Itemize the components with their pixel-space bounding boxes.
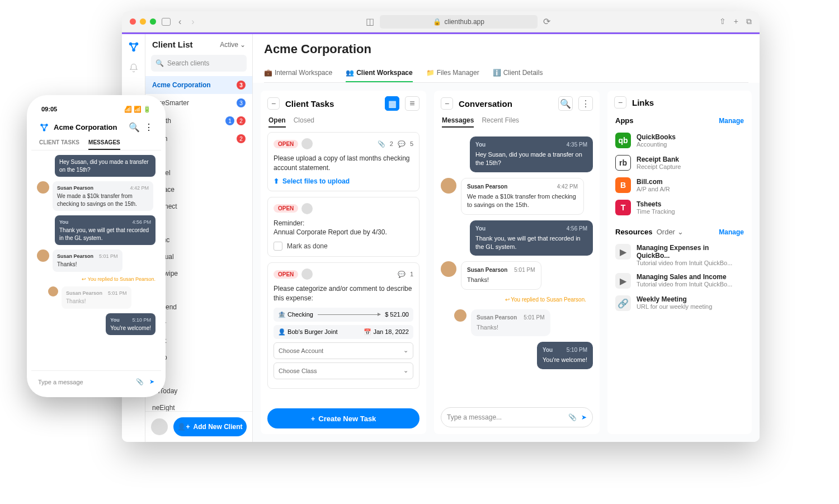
bank-icon: 🏦 bbox=[278, 311, 286, 318]
workspace-tab[interactable]: 📁Files Manager bbox=[426, 64, 479, 82]
resource-item[interactable]: 🔗Weekly MeetingURL for our weekly meetin… bbox=[615, 292, 744, 314]
play-icon: ▶ bbox=[615, 244, 631, 260]
attachment-count: 2 bbox=[390, 140, 393, 147]
apps-list: qbQuickBooksAccountingrbReceipt BankRece… bbox=[615, 129, 744, 219]
task-card[interactable]: OPEN 💬1 Please categorize and/or comment… bbox=[267, 262, 420, 389]
phone-tab-messages[interactable]: MESSAGES bbox=[88, 136, 120, 150]
account-from: Checking bbox=[287, 311, 313, 318]
upload-label: Select files to upload bbox=[282, 177, 350, 185]
assignee-avatar bbox=[301, 203, 313, 214]
phone-tab-tasks[interactable]: CLIENT TASKS bbox=[39, 136, 79, 150]
messages-list: You4:35 PMHey Susan, did you made a tran… bbox=[434, 132, 600, 403]
message-row: Susan Pearson5:01 PMThanks! bbox=[441, 261, 593, 289]
class-select[interactable]: Choose Class⌄ bbox=[274, 362, 413, 379]
expense-detail: 👤 Bob's Burger Joint 📅 Jan 18, 2022 bbox=[274, 325, 413, 339]
address-bar[interactable]: 🔒 clienthub.app bbox=[380, 15, 538, 29]
attachment-icon[interactable]: 📎 bbox=[568, 413, 577, 421]
collapse-button[interactable]: − bbox=[267, 97, 280, 110]
phone-quoted: Susan Pearson5:01 PMThanks! bbox=[48, 286, 155, 309]
task-card[interactable]: OPEN Reminder:Annual Corporate Report du… bbox=[267, 197, 420, 257]
app-item[interactable]: qbQuickBooksAccounting bbox=[615, 129, 744, 152]
main-content: Acme Corporation 💼Internal Workspace👥Cli… bbox=[253, 34, 760, 442]
upload-icon: ⬆ bbox=[274, 177, 279, 185]
more-icon[interactable]: ⋮ bbox=[144, 122, 153, 133]
task-card[interactable]: OPEN 📎2 💬5 Please upload a copy of last … bbox=[267, 132, 420, 191]
manage-resources-link[interactable]: Manage bbox=[719, 228, 744, 236]
resources-list: ▶Managing Expenses in QuickBo...Tutorial… bbox=[615, 241, 744, 314]
sidebar-toggle-icon[interactable] bbox=[162, 18, 171, 26]
phone-message-input[interactable]: Type a message 📎 ➤ bbox=[31, 370, 161, 393]
expense-date: Jan 18, 2022 bbox=[373, 328, 409, 335]
search-icon: 🔍 bbox=[155, 59, 164, 67]
tab-open[interactable]: Open bbox=[268, 114, 286, 128]
resources-section-title: Resources Order ⌄ bbox=[615, 228, 684, 236]
app-item[interactable]: BBill.comA/P and A/R bbox=[615, 174, 744, 196]
task-text: Please upload a copy of last months chec… bbox=[274, 154, 413, 173]
maximize-window-icon[interactable] bbox=[150, 18, 156, 25]
back-arrow-icon[interactable]: ‹ bbox=[176, 17, 183, 27]
checkbox-icon bbox=[274, 242, 282, 251]
tab-closed[interactable]: Closed bbox=[294, 114, 314, 128]
minimize-window-icon[interactable] bbox=[140, 18, 146, 25]
traffic-lights bbox=[130, 18, 156, 25]
attachment-icon[interactable]: 📎 bbox=[136, 378, 144, 385]
search-input[interactable]: 🔍 Search clients bbox=[151, 55, 247, 72]
comment-count: 1 bbox=[410, 271, 413, 277]
avatar bbox=[441, 178, 456, 194]
reply-note: ↩ You replied to Susan Pearson. bbox=[441, 295, 593, 304]
share-icon[interactable]: ⇧ bbox=[719, 17, 726, 26]
task-text: Please categorize and/or comment to desc… bbox=[274, 284, 413, 303]
phone-frame: 09:05 📶 📶 🔋 Acme Corporation 🔍 ⋮ CLIENT … bbox=[27, 95, 166, 397]
client-item[interactable]: neEight bbox=[145, 399, 252, 411]
conversation-panel: − Conversation 🔍 ⋮ Messages Recent Files… bbox=[434, 91, 600, 434]
forward-arrow-icon[interactable]: › bbox=[189, 17, 196, 27]
send-icon[interactable]: ➤ bbox=[581, 413, 587, 421]
app-logo-icon[interactable] bbox=[39, 123, 49, 133]
add-client-button[interactable]: 👤+ Add New Client bbox=[173, 417, 247, 436]
tasks-panel: − Client Tasks ▦ ≡ Open Closed O bbox=[261, 91, 426, 434]
grid-view-icon[interactable]: ▦ bbox=[385, 96, 399, 111]
resource-item[interactable]: ▶Managing Expenses in QuickBo...Tutorial… bbox=[615, 241, 744, 270]
app-item[interactable]: TTsheetsTime Tracking bbox=[615, 196, 744, 219]
filter-dropdown[interactable]: Active ⌄ bbox=[220, 41, 246, 49]
reload-icon[interactable]: ⟳ bbox=[543, 16, 550, 27]
quoted-message: Susan Pearson5:01 PMThanks! bbox=[454, 309, 593, 336]
chevron-down-icon: ⌄ bbox=[403, 367, 408, 374]
account-select[interactable]: Choose Account⌄ bbox=[274, 342, 413, 359]
search-icon[interactable]: 🔍 bbox=[129, 122, 140, 133]
send-icon[interactable]: ➤ bbox=[149, 378, 154, 385]
message-row: You4:35 PMHey Susan, did you made a tran… bbox=[441, 136, 593, 172]
add-client-label: Add New Client bbox=[194, 423, 243, 431]
close-window-icon[interactable] bbox=[130, 18, 136, 25]
tab-messages[interactable]: Messages bbox=[442, 114, 474, 128]
collapse-button[interactable]: − bbox=[441, 97, 453, 110]
more-icon[interactable]: ⋮ bbox=[578, 96, 593, 111]
create-task-button[interactable]: + Create New Task bbox=[267, 408, 420, 428]
bell-icon[interactable] bbox=[129, 63, 139, 73]
workspace-tab[interactable]: 👥Client Workspace bbox=[346, 64, 412, 82]
upload-link[interactable]: ⬆ Select files to upload bbox=[274, 177, 413, 185]
lock-icon: 🔒 bbox=[433, 18, 441, 26]
new-tab-icon[interactable]: + bbox=[734, 17, 738, 26]
tabs-icon[interactable]: ⧉ bbox=[746, 17, 752, 26]
manage-apps-link[interactable]: Manage bbox=[719, 117, 744, 125]
resource-item[interactable]: ▶Managing Sales and IncomeTutorial video… bbox=[615, 270, 744, 292]
message-input[interactable]: Type a message... 📎 ➤ bbox=[441, 407, 593, 427]
expense-row: 🏦 Checking $ 521.00 bbox=[274, 308, 413, 322]
task-cards: OPEN 📎2 💬5 Please upload a copy of last … bbox=[261, 132, 426, 403]
workspace-tab[interactable]: ℹ️Client Details bbox=[493, 64, 543, 82]
mark-done-checkbox[interactable]: Mark as done bbox=[274, 242, 413, 251]
shield-icon: ◫ bbox=[366, 16, 374, 27]
phone-msg-row: Susan Pearson5:01 PMThanks! bbox=[37, 249, 155, 272]
amount: 521.00 bbox=[390, 311, 409, 318]
user-avatar[interactable] bbox=[151, 418, 168, 435]
tab-recent-files[interactable]: Recent Files bbox=[482, 114, 519, 128]
app-logo-icon[interactable] bbox=[128, 41, 140, 53]
collapse-button[interactable]: − bbox=[614, 96, 626, 109]
workspace-tab[interactable]: 💼Internal Workspace bbox=[264, 64, 332, 82]
client-item[interactable]: Acme Corporation3 bbox=[145, 76, 252, 94]
list-view-icon[interactable]: ≡ bbox=[405, 96, 420, 111]
search-icon[interactable]: 🔍 bbox=[558, 96, 573, 111]
app-item[interactable]: rbReceipt BankReceipt Capture bbox=[615, 152, 744, 174]
play-icon: ▶ bbox=[615, 273, 631, 289]
